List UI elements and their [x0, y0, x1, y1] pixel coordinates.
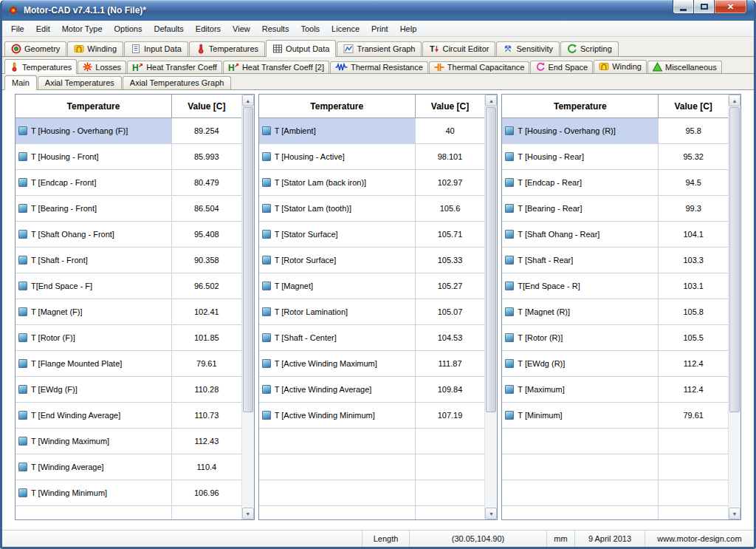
tab-geometry[interactable]: Geometry — [4, 41, 66, 56]
menu-item-tools[interactable]: Tools — [295, 21, 326, 36]
scroll-down-button[interactable]: ▼ — [729, 508, 740, 519]
vertical-scrollbar[interactable]: ▲ ▼ — [484, 95, 497, 519]
menu-item-view[interactable]: View — [227, 21, 256, 36]
scrollbar-thumb[interactable] — [729, 107, 740, 412]
tab-temperatures[interactable]: Temperatures — [4, 59, 77, 74]
tab-transient-graph[interactable]: Transient Graph — [337, 41, 422, 56]
table-row[interactable]: T [Magnet]105.27 — [259, 273, 485, 299]
table-row[interactable]: T [Housing - Front]85.993 — [16, 144, 241, 170]
menu-item-defaults[interactable]: Defaults — [148, 21, 189, 36]
tab-axial-temperatures-graph[interactable]: Axial Temperatures Graph — [123, 76, 232, 89]
table-row[interactable] — [502, 454, 728, 480]
table-row[interactable] — [259, 480, 485, 506]
table-row[interactable]: T [Stator Lam (back iron)]102.97 — [259, 170, 485, 196]
table-row[interactable]: T [Maximum]112.4 — [502, 377, 728, 403]
table-row[interactable]: T [Shaft - Rear]103.3 — [502, 248, 728, 273]
table-row[interactable] — [502, 506, 728, 519]
scroll-up-button[interactable]: ▲ — [242, 95, 254, 106]
scroll-up-button[interactable]: ▲ — [729, 95, 740, 106]
table-row[interactable]: T [Bearing - Rear]99.3 — [502, 196, 728, 222]
table-row[interactable]: T [Flange Mounted Plate]79.61 — [16, 351, 241, 377]
table-row[interactable]: T [Endcap - Front]80.479 — [16, 170, 241, 196]
tab-miscellaneous[interactable]: Miscellaneous — [647, 61, 722, 73]
table-row[interactable]: T [EWdg (R)]112.4 — [502, 351, 728, 377]
minimize-button[interactable] — [673, 0, 694, 14]
table-row[interactable]: T [Rotor Lamination]105.07 — [259, 299, 485, 325]
table-row[interactable] — [259, 454, 485, 480]
table-row[interactable] — [259, 506, 485, 519]
table-row[interactable]: T [Rotor (F)]101.85 — [16, 325, 241, 351]
tab-heat-transfer-coeff-2[interactable]: HHeat Transfer Coeff [2] — [223, 61, 329, 73]
tab-winding[interactable]: Winding — [594, 60, 647, 73]
table-row[interactable]: T [Bearing - Front]86.504 — [16, 196, 241, 222]
table-row[interactable]: T [Minimum]79.61 — [502, 403, 728, 429]
table-row[interactable]: T [Housing - Rear]95.32 — [502, 144, 728, 170]
scroll-down-button[interactable]: ▼ — [242, 508, 254, 519]
table-row[interactable]: T [Housing - Overhang (F)]89.254 — [16, 118, 241, 144]
table-row[interactable] — [502, 429, 728, 454]
table-row[interactable]: T [Shaft - Front]90.358 — [16, 248, 241, 273]
table-row[interactable]: T [Active Winding Minimum]107.19 — [259, 403, 485, 429]
tab-axial-temperatures[interactable]: Axial Temperatures — [38, 76, 122, 89]
table-row[interactable]: T [Ambient]40 — [259, 118, 485, 144]
vertical-scrollbar[interactable]: ▲ ▼ — [728, 95, 740, 519]
table-row[interactable]: T [End Winding Average]110.73 — [16, 403, 241, 429]
tab-scripting[interactable]: Scripting — [560, 41, 619, 56]
menu-item-file[interactable]: File — [5, 21, 30, 36]
tab-thermal-resistance[interactable]: Thermal Resistance — [330, 61, 428, 73]
tab-winding[interactable]: Winding — [67, 41, 123, 56]
menu-item-results[interactable]: Results — [256, 21, 295, 36]
table-row[interactable]: T [Housing - Overhang (R)]95.8 — [502, 118, 728, 144]
tab-heat-transfer-coeff[interactable]: HHeat Transfer Coeff — [127, 61, 222, 73]
vertical-scrollbar[interactable]: ▲ ▼ — [241, 95, 254, 519]
maximize-button[interactable] — [694, 0, 714, 14]
tab-end-space[interactable]: End Space — [530, 61, 593, 73]
tab-thermal-capacitance[interactable]: Thermal Capacitance — [429, 61, 530, 73]
table-row[interactable]: T [Magnet (F)]102.41 — [16, 299, 241, 325]
tab-temperatures[interactable]: Temperatures — [189, 41, 265, 56]
table-row[interactable]: T [Shaft Ohang - Rear]104.1 — [502, 222, 728, 248]
tab-input-data[interactable]: Input Data — [124, 41, 188, 56]
tab-losses[interactable]: Losses — [78, 61, 126, 73]
table-row[interactable]: T[End Space - R]103.1 — [502, 273, 728, 299]
table-row[interactable]: T [Shaft - Center]104.53 — [259, 325, 485, 351]
menu-item-edit[interactable]: Edit — [30, 21, 56, 36]
table-row[interactable]: T [Magnet (R)]105.8 — [502, 299, 728, 325]
table-row[interactable]: T [Shaft Ohang - Front]95.408 — [16, 222, 241, 248]
table-row[interactable] — [259, 429, 485, 454]
table-row[interactable]: T [Active Winding Maximum]111.87 — [259, 351, 485, 377]
scrollbar-track[interactable] — [242, 106, 254, 508]
tab-main[interactable]: Main — [4, 75, 37, 90]
scroll-up-button[interactable]: ▲ — [485, 95, 497, 106]
scrollbar-track[interactable] — [729, 106, 740, 508]
tab-circuit-editor[interactable]: TCircuit Editor — [422, 41, 495, 56]
table-row[interactable]: T [Winding Average]110.4 — [16, 454, 241, 480]
menu-item-help[interactable]: Help — [394, 21, 423, 36]
table-row[interactable]: T [Rotor (R)]105.5 — [502, 325, 728, 351]
table-row[interactable]: T [Active Winding Average]109.84 — [259, 377, 485, 403]
scroll-down-button[interactable]: ▼ — [485, 508, 497, 519]
table-row[interactable]: T [EWdg (F)]110.28 — [16, 377, 241, 403]
scrollbar-thumb[interactable] — [486, 107, 496, 412]
table-row[interactable]: T[End Space - F]96.502 — [16, 273, 241, 299]
tab-sensitivity[interactable]: Sensitivity — [496, 41, 560, 56]
menu-item-motor-type[interactable]: Motor Type — [56, 21, 109, 36]
table-row[interactable]: T [Rotor Surface]105.33 — [259, 248, 485, 273]
menu-item-licence[interactable]: Licence — [326, 21, 365, 36]
scrollbar-thumb[interactable] — [243, 107, 253, 412]
table-row[interactable] — [502, 480, 728, 506]
table-row[interactable]: T [Housing - Active]98.101 — [259, 144, 485, 170]
scrollbar-track[interactable] — [485, 106, 497, 508]
tab-output-data[interactable]: Output Data — [266, 40, 336, 57]
table-row[interactable] — [16, 506, 241, 519]
menu-item-print[interactable]: Print — [365, 21, 394, 36]
table-row[interactable]: T [Winding Maximum]112.43 — [16, 429, 241, 454]
table-row[interactable]: T [Stator Lam (tooth)]105.6 — [259, 196, 485, 222]
title-bar[interactable]: Motor-CAD v7.4.1.1 (No File)* ✕ — [2, 0, 754, 21]
menu-item-options[interactable]: Options — [109, 21, 148, 36]
menu-item-editors[interactable]: Editors — [190, 21, 227, 36]
table-row[interactable]: T [Endcap - Rear]94.5 — [502, 170, 728, 196]
table-row[interactable]: T [Stator Surface]105.71 — [259, 222, 485, 248]
table-row[interactable]: T [Winding Minimum]106.96 — [16, 480, 241, 506]
close-button[interactable]: ✕ — [714, 0, 747, 14]
